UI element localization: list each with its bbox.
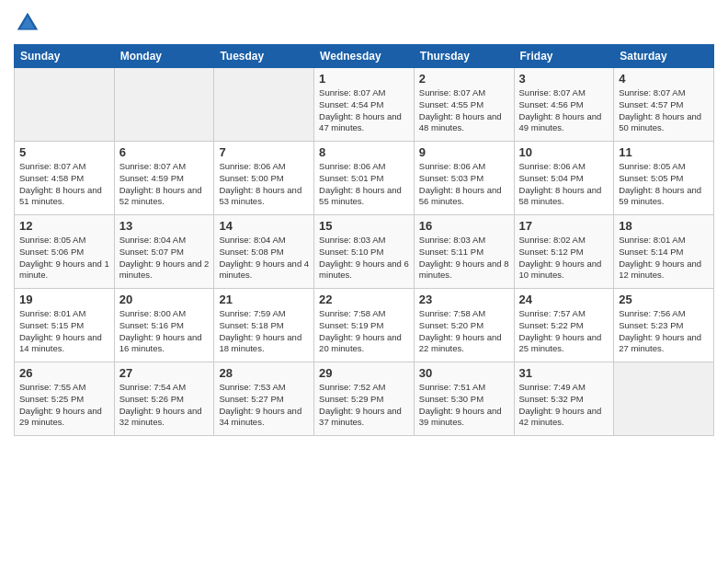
cell-content: Sunrise: 7:58 AMSunset: 5:20 PMDaylight:… bbox=[419, 308, 509, 355]
cell-content: Sunrise: 8:04 AMSunset: 5:08 PMDaylight:… bbox=[219, 235, 309, 282]
cell-content: Sunrise: 8:06 AMSunset: 5:01 PMDaylight:… bbox=[319, 161, 409, 208]
logo bbox=[14, 9, 45, 37]
cell-content: Sunrise: 7:54 AMSunset: 5:26 PMDaylight:… bbox=[119, 382, 210, 429]
calendar-cell: 13Sunrise: 8:04 AMSunset: 5:07 PMDayligh… bbox=[114, 215, 214, 289]
day-number: 19 bbox=[19, 293, 109, 306]
day-number: 29 bbox=[319, 366, 409, 380]
cell-content: Sunrise: 7:57 AMSunset: 5:22 PMDaylight:… bbox=[519, 308, 609, 355]
calendar-cell bbox=[614, 362, 714, 436]
day-number: 8 bbox=[319, 145, 409, 159]
weekday-header: Saturday bbox=[614, 45, 714, 68]
cell-content: Sunrise: 7:52 AMSunset: 5:29 PMDaylight:… bbox=[319, 382, 409, 429]
calendar-week-row: 12Sunrise: 8:05 AMSunset: 5:06 PMDayligh… bbox=[15, 215, 714, 289]
weekday-header: Monday bbox=[114, 45, 214, 68]
day-number: 10 bbox=[519, 145, 609, 159]
calendar-week-row: 1Sunrise: 8:07 AMSunset: 4:54 PMDaylight… bbox=[15, 68, 714, 142]
weekday-header: Sunday bbox=[15, 45, 115, 68]
cell-content: Sunrise: 8:00 AMSunset: 5:16 PMDaylight:… bbox=[119, 308, 210, 355]
day-number: 18 bbox=[619, 219, 709, 233]
cell-content: Sunrise: 7:51 AMSunset: 5:30 PMDaylight:… bbox=[419, 382, 509, 429]
day-number: 3 bbox=[519, 72, 609, 86]
calendar-cell: 4Sunrise: 8:07 AMSunset: 4:57 PMDaylight… bbox=[614, 68, 714, 142]
cell-content: Sunrise: 8:04 AMSunset: 5:07 PMDaylight:… bbox=[119, 235, 210, 282]
calendar-cell: 29Sunrise: 7:52 AMSunset: 5:29 PMDayligh… bbox=[314, 362, 415, 436]
cell-content: Sunrise: 8:07 AMSunset: 4:59 PMDaylight:… bbox=[119, 161, 210, 208]
calendar-cell: 12Sunrise: 8:05 AMSunset: 5:06 PMDayligh… bbox=[15, 215, 115, 289]
calendar-body: 1Sunrise: 8:07 AMSunset: 4:54 PMDaylight… bbox=[15, 68, 714, 436]
calendar-cell: 10Sunrise: 8:06 AMSunset: 5:04 PMDayligh… bbox=[514, 142, 614, 215]
calendar-cell: 23Sunrise: 7:58 AMSunset: 5:20 PMDayligh… bbox=[414, 289, 514, 362]
day-number: 12 bbox=[19, 219, 109, 233]
calendar-week-row: 5Sunrise: 8:07 AMSunset: 4:58 PMDaylight… bbox=[15, 142, 714, 215]
cell-content: Sunrise: 8:07 AMSunset: 4:56 PMDaylight:… bbox=[519, 87, 609, 134]
weekday-header: Wednesday bbox=[314, 45, 415, 68]
calendar-cell: 9Sunrise: 8:06 AMSunset: 5:03 PMDaylight… bbox=[414, 142, 514, 215]
day-number: 21 bbox=[219, 293, 309, 306]
cell-content: Sunrise: 7:55 AMSunset: 5:25 PMDaylight:… bbox=[19, 382, 109, 429]
calendar-cell: 24Sunrise: 7:57 AMSunset: 5:22 PMDayligh… bbox=[514, 289, 614, 362]
calendar-cell: 27Sunrise: 7:54 AMSunset: 5:26 PMDayligh… bbox=[114, 362, 214, 436]
day-number: 2 bbox=[419, 72, 509, 86]
day-number: 24 bbox=[519, 293, 609, 306]
day-number: 11 bbox=[619, 145, 709, 159]
calendar-cell: 3Sunrise: 8:07 AMSunset: 4:56 PMDaylight… bbox=[514, 68, 614, 142]
day-number: 30 bbox=[419, 366, 509, 380]
cell-content: Sunrise: 8:03 AMSunset: 5:11 PMDaylight:… bbox=[419, 235, 509, 282]
calendar-cell: 11Sunrise: 8:05 AMSunset: 5:05 PMDayligh… bbox=[614, 142, 714, 215]
day-number: 28 bbox=[219, 366, 309, 380]
calendar-cell: 8Sunrise: 8:06 AMSunset: 5:01 PMDaylight… bbox=[314, 142, 415, 215]
day-number: 13 bbox=[119, 219, 210, 233]
day-number: 27 bbox=[119, 366, 210, 380]
calendar-cell bbox=[114, 68, 214, 142]
cell-content: Sunrise: 8:07 AMSunset: 4:55 PMDaylight:… bbox=[419, 87, 509, 134]
calendar-cell: 7Sunrise: 8:06 AMSunset: 5:00 PMDaylight… bbox=[214, 142, 314, 215]
calendar-cell: 5Sunrise: 8:07 AMSunset: 4:58 PMDaylight… bbox=[15, 142, 115, 215]
day-number: 9 bbox=[419, 145, 509, 159]
cell-content: Sunrise: 8:06 AMSunset: 5:00 PMDaylight:… bbox=[219, 161, 309, 208]
day-number: 26 bbox=[19, 366, 109, 380]
cell-content: Sunrise: 8:06 AMSunset: 5:04 PMDaylight:… bbox=[519, 161, 609, 208]
weekday-header-row: SundayMondayTuesdayWednesdayThursdayFrid… bbox=[15, 45, 714, 68]
cell-content: Sunrise: 8:02 AMSunset: 5:12 PMDaylight:… bbox=[519, 235, 609, 282]
cell-content: Sunrise: 8:07 AMSunset: 4:58 PMDaylight:… bbox=[19, 161, 109, 208]
cell-content: Sunrise: 8:03 AMSunset: 5:10 PMDaylight:… bbox=[319, 235, 409, 282]
calendar-cell: 17Sunrise: 8:02 AMSunset: 5:12 PMDayligh… bbox=[514, 215, 614, 289]
calendar-table: SundayMondayTuesdayWednesdayThursdayFrid… bbox=[14, 44, 714, 436]
weekday-header: Tuesday bbox=[214, 45, 314, 68]
day-number: 17 bbox=[519, 219, 609, 233]
calendar-week-row: 19Sunrise: 8:01 AMSunset: 5:15 PMDayligh… bbox=[15, 289, 714, 362]
cell-content: Sunrise: 7:53 AMSunset: 5:27 PMDaylight:… bbox=[219, 382, 309, 429]
logo-icon bbox=[14, 9, 41, 37]
cell-content: Sunrise: 7:56 AMSunset: 5:23 PMDaylight:… bbox=[619, 308, 709, 355]
cell-content: Sunrise: 8:01 AMSunset: 5:15 PMDaylight:… bbox=[19, 308, 109, 355]
calendar-cell: 15Sunrise: 8:03 AMSunset: 5:10 PMDayligh… bbox=[314, 215, 415, 289]
cell-content: Sunrise: 8:05 AMSunset: 5:06 PMDaylight:… bbox=[19, 235, 109, 282]
calendar-cell: 20Sunrise: 8:00 AMSunset: 5:16 PMDayligh… bbox=[114, 289, 214, 362]
day-number: 7 bbox=[219, 145, 309, 159]
calendar-cell: 26Sunrise: 7:55 AMSunset: 5:25 PMDayligh… bbox=[15, 362, 115, 436]
cell-content: Sunrise: 8:05 AMSunset: 5:05 PMDaylight:… bbox=[619, 161, 709, 208]
cell-content: Sunrise: 7:59 AMSunset: 5:18 PMDaylight:… bbox=[219, 308, 309, 355]
calendar-cell: 6Sunrise: 8:07 AMSunset: 4:59 PMDaylight… bbox=[114, 142, 214, 215]
day-number: 15 bbox=[319, 219, 409, 233]
day-number: 6 bbox=[119, 145, 210, 159]
header bbox=[14, 9, 714, 37]
day-number: 5 bbox=[19, 145, 109, 159]
calendar-cell: 28Sunrise: 7:53 AMSunset: 5:27 PMDayligh… bbox=[214, 362, 314, 436]
day-number: 1 bbox=[319, 72, 409, 86]
weekday-header: Thursday bbox=[414, 45, 514, 68]
calendar-cell: 2Sunrise: 8:07 AMSunset: 4:55 PMDaylight… bbox=[414, 68, 514, 142]
cell-content: Sunrise: 7:58 AMSunset: 5:19 PMDaylight:… bbox=[319, 308, 409, 355]
calendar-cell: 19Sunrise: 8:01 AMSunset: 5:15 PMDayligh… bbox=[15, 289, 115, 362]
cell-content: Sunrise: 8:07 AMSunset: 4:57 PMDaylight:… bbox=[619, 87, 709, 134]
calendar-cell bbox=[214, 68, 314, 142]
cell-content: Sunrise: 8:07 AMSunset: 4:54 PMDaylight:… bbox=[319, 87, 409, 134]
calendar-cell: 30Sunrise: 7:51 AMSunset: 5:30 PMDayligh… bbox=[414, 362, 514, 436]
weekday-header: Friday bbox=[514, 45, 614, 68]
day-number: 23 bbox=[419, 293, 509, 306]
calendar-week-row: 26Sunrise: 7:55 AMSunset: 5:25 PMDayligh… bbox=[15, 362, 714, 436]
page-container: SundayMondayTuesdayWednesdayThursdayFrid… bbox=[0, 0, 728, 445]
day-number: 25 bbox=[619, 293, 709, 306]
day-number: 20 bbox=[119, 293, 210, 306]
day-number: 14 bbox=[219, 219, 309, 233]
